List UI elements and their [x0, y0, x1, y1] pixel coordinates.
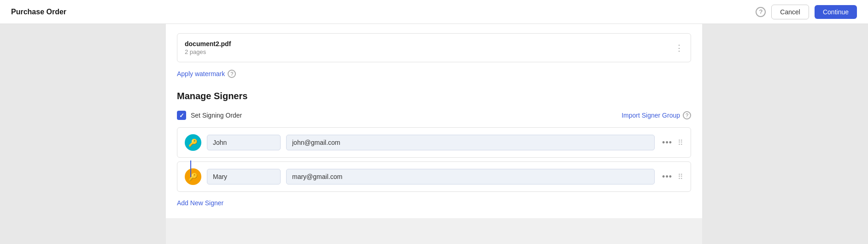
drag-handle-1[interactable]: ⠿: [678, 138, 683, 147]
watermark-help-icon[interactable]: ?: [228, 70, 236, 78]
center-content: document2.pdf 2 pages ⋮ Apply watermark …: [166, 24, 702, 244]
apply-watermark-link[interactable]: Apply watermark: [177, 70, 225, 77]
signer-name-input-1[interactable]: [207, 135, 281, 150]
header-help-icon[interactable]: ?: [756, 7, 766, 17]
signer-avatar-2: 🔑: [185, 168, 201, 185]
watermark-row: Apply watermark ?: [177, 70, 691, 78]
header-actions: ? Cancel Continue: [756, 5, 857, 19]
signer-options-button-2[interactable]: •••: [660, 172, 674, 182]
right-sidebar: [702, 24, 868, 244]
document-options-icon[interactable]: ⋮: [675, 43, 683, 53]
document-pages: 2 pages: [185, 48, 231, 55]
document-name: document2.pdf: [185, 40, 231, 48]
manage-signers-section: Manage Signers Set Signing Order Import …: [177, 91, 691, 207]
signer-options-button-1[interactable]: •••: [660, 138, 674, 148]
document-row: document2.pdf 2 pages ⋮: [177, 33, 691, 62]
continue-button[interactable]: Continue: [815, 5, 857, 19]
cancel-button[interactable]: Cancel: [771, 5, 809, 19]
signer-row-wrapper-2: 🔑 ••• ⠿: [177, 161, 691, 196]
import-signer-group: Import Signer Group ?: [622, 111, 691, 119]
drag-handle-2[interactable]: ⠿: [678, 173, 683, 181]
header: Purchase Order ? Cancel Continue: [0, 0, 868, 24]
signer-actions-2: ••• ⠿: [660, 172, 683, 182]
import-signer-group-link[interactable]: Import Signer Group: [622, 112, 680, 119]
signer-row-wrapper-1: 🔑 ••• ⠿: [177, 127, 691, 161]
connector-line: [190, 161, 191, 177]
signing-order-label: Set Signing Order: [191, 112, 242, 119]
add-new-signer-link[interactable]: Add New Signer: [177, 199, 223, 207]
document-info: document2.pdf 2 pages: [185, 40, 231, 55]
main-layout: document2.pdf 2 pages ⋮ Apply watermark …: [0, 0, 868, 244]
left-sidebar: [0, 24, 166, 244]
signing-order-left: Set Signing Order: [177, 111, 242, 120]
content-card: document2.pdf 2 pages ⋮ Apply watermark …: [166, 24, 702, 218]
signers-list: 🔑 ••• ⠿ 🔑: [177, 127, 691, 196]
signing-order-row: Set Signing Order Import Signer Group ?: [177, 111, 691, 120]
import-signer-help-icon[interactable]: ?: [683, 111, 691, 119]
signer-avatar-1: 🔑: [185, 134, 201, 151]
set-signing-order-checkbox[interactable]: [177, 111, 186, 120]
signer-row-2: 🔑 ••• ⠿: [177, 161, 691, 192]
page-title: Purchase Order: [11, 8, 66, 16]
signer-row-1: 🔑 ••• ⠿: [177, 127, 691, 158]
signer-name-input-2[interactable]: [207, 169, 281, 184]
signer-email-input-2[interactable]: [286, 169, 655, 184]
section-title: Manage Signers: [177, 91, 691, 101]
signer-actions-1: ••• ⠿: [660, 138, 683, 148]
signer-email-input-1[interactable]: [286, 135, 655, 150]
